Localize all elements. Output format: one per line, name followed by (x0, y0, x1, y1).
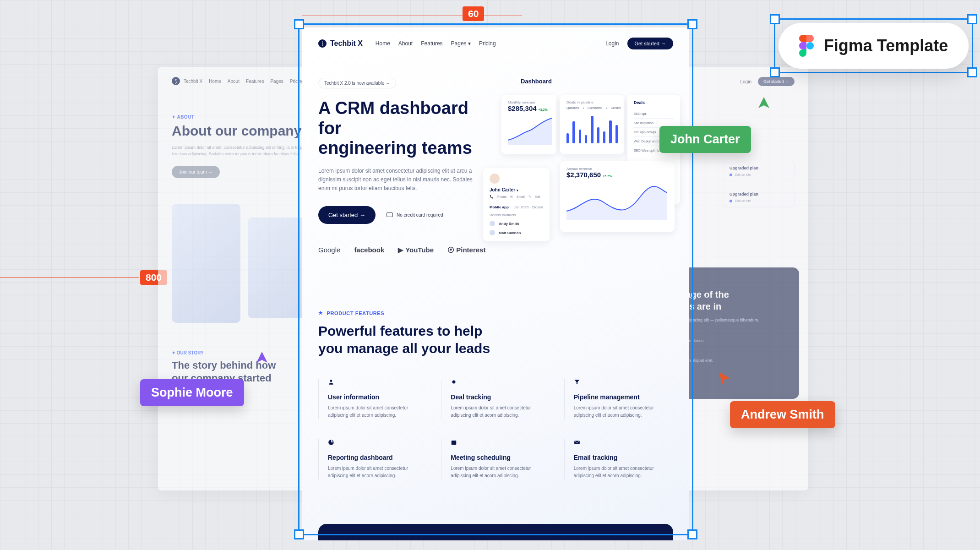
feature-item: User information Lorem ipsum dolor sit a… (318, 379, 427, 419)
feature-title: Meeting scheduling (451, 454, 550, 461)
nav-link[interactable]: Home (209, 79, 221, 84)
nav-link-about[interactable]: About (398, 40, 413, 47)
nav-link-pages[interactable]: Pages ▾ (451, 40, 471, 47)
nav-links: Home About Features Pages ▾ Pricing (376, 40, 496, 47)
feature-desc: Lorem ipsum dolor sit amet consectetur a… (574, 465, 673, 479)
hero-cta-button[interactable]: Get started → (318, 206, 376, 224)
get-started-button[interactable]: Get started → (758, 77, 795, 86)
hero-title: A CRM dashboard for engineering teams (318, 98, 492, 158)
upgrade-card: Upgraded plan Edit on site (724, 161, 795, 181)
recent-app-label: Mobile app (490, 205, 509, 209)
feature-item: Email tracking Lorem ipsum dolor sit ame… (564, 439, 673, 479)
list-item: Matt Cannon (490, 230, 543, 235)
cursor-icon (756, 94, 772, 111)
figma-logo-icon (799, 35, 814, 57)
collaborator-cursor-john: John Carter (659, 126, 751, 153)
about-image (172, 204, 240, 323)
login-link[interactable]: Login (740, 79, 751, 84)
nav-link-features[interactable]: Features (421, 40, 442, 47)
dashboard-label: Dashboard (521, 78, 689, 85)
brand-youtube-logo: ▶ YouTube (398, 246, 434, 254)
feature-desc: Lorem ipsum dolor sit amet consectetur a… (328, 404, 427, 419)
dot-icon (730, 200, 732, 202)
calendar-icon (451, 439, 457, 446)
dashboard-preview: Dashboard Monthly revenue $285,304+3.2% … (501, 78, 689, 255)
feature-desc: Lorem ipsum dolor sit amet consectetur a… (451, 404, 550, 419)
top-nav: ⟆ Techbit X Home About Features Pages ▾ … (302, 27, 689, 60)
star-icon: ★ (318, 310, 323, 316)
feature-title: Deal tracking (451, 393, 550, 401)
feature-title: Reporting dashboard (328, 454, 427, 461)
upgrade-card-title: Upgraded plan (730, 166, 789, 170)
deal-icon (451, 379, 457, 385)
chevron-down-icon: ▾ (517, 189, 518, 192)
bottom-section-preview (318, 524, 673, 540)
bar-chart-icon (566, 116, 618, 143)
join-team-button[interactable]: Join our team → (172, 166, 220, 178)
mail-icon: ✉ (510, 195, 513, 199)
list-item: SEO opt. (634, 109, 674, 119)
nav-link[interactable]: About (228, 79, 240, 84)
contact-name: John Carter ▾ (490, 187, 543, 192)
nav-link[interactable]: Features (246, 79, 264, 84)
cursor-icon (254, 349, 270, 365)
resize-handle[interactable] (770, 14, 780, 24)
chevron-down-icon: ▾ (468, 40, 471, 47)
nav-link[interactable]: Pages (270, 79, 283, 84)
artboard-home[interactable]: ⟆ Techbit X Home About Features Pages ▾ … (302, 27, 689, 540)
hero-subtitle: Lorem ipsum dolor sit amet consectetur a… (318, 167, 479, 193)
features-heading: Powerful features to help you manage all… (318, 322, 492, 357)
nav-link[interactable]: Pricing (290, 79, 304, 84)
feature-desc: Lorem ipsum dolor sit amet consectetur a… (451, 465, 550, 479)
feature-title: User information (328, 393, 427, 401)
card-deals-pipeline: Deals in pipeline Qualified • Contacted … (560, 95, 624, 154)
resize-handle[interactable] (967, 67, 977, 77)
feature-item: Pipeline management Lorem ipsum dolor si… (564, 379, 673, 419)
nav-link-home[interactable]: Home (376, 40, 390, 47)
card-contact: John Carter ▾ 📞Phone ✉Email ✎Edit Mobile… (483, 168, 550, 241)
announcement-chip[interactable]: Techbit X 2.0 is now available → (318, 78, 396, 88)
dimension-guide-left (0, 277, 139, 278)
resize-handle[interactable] (967, 14, 977, 24)
phone-icon: 📞 (490, 195, 494, 199)
funnel-icon (574, 379, 580, 385)
brand-name: Techbit X (184, 79, 202, 84)
pencil-icon: ✎ (528, 195, 531, 199)
credit-card-icon (387, 212, 393, 217)
dimension-guide-top (302, 16, 522, 16)
figma-badge-label: Figma Template (824, 36, 948, 55)
card-annual-revenue: Annual revenue $2,370,650+5.7% (560, 161, 675, 232)
card-monthly-revenue: Monthly revenue $285,304+3.2% (501, 95, 556, 154)
nav-link-pricing[interactable]: Pricing (479, 40, 496, 47)
sparkline-icon (566, 184, 667, 220)
login-link[interactable]: Login (605, 40, 619, 47)
get-started-button[interactable]: Get started → (627, 38, 673, 49)
no-credit-card-note: No credit card required (387, 212, 443, 218)
avatar-icon (490, 230, 495, 235)
mail-icon (574, 439, 580, 446)
svg-point-1 (330, 380, 332, 382)
brand[interactable]: ⟆ Techbit X (318, 39, 363, 48)
chart-icon (328, 439, 334, 446)
about-paragraph: Lorem ipsum dolor sit amet, consectetur … (172, 144, 318, 158)
svg-point-2 (452, 381, 456, 384)
feature-item: Reporting dashboard Lorem ipsum dolor si… (318, 439, 427, 479)
dot-icon (730, 174, 732, 176)
brand-name: Techbit X (330, 39, 363, 48)
feature-desc: Lorem ipsum dolor sit amet consectetur a… (574, 404, 673, 419)
figma-template-badge[interactable]: Figma Template (779, 23, 969, 69)
user-icon (328, 379, 334, 385)
brand-mark-icon: ⟆ (318, 39, 327, 48)
collaborator-cursor-andrew: Andrew Smith (730, 401, 835, 428)
feature-desc: Lorem ipsum dolor sit amet consectetur a… (328, 465, 427, 479)
brand-pinterest-logo: ⦿ Pinterest (447, 246, 485, 254)
list-item: Andy Smith (490, 221, 543, 226)
sparkline-icon (508, 117, 552, 145)
upgrade-cards: Upgraded plan Edit on site Upgraded plan… (724, 161, 795, 213)
feature-item: Meeting scheduling Lorem ipsum dolor sit… (441, 439, 550, 479)
features-eyebrow: ★ PRODUCT FEATURES (318, 310, 673, 316)
recent-contacts-label: Recent contacts (490, 213, 543, 217)
brand-facebook-logo: facebook (354, 246, 384, 254)
collaborator-cursor-sophie: Sophie Moore (140, 379, 244, 406)
brand-google-logo: Google (318, 246, 340, 254)
